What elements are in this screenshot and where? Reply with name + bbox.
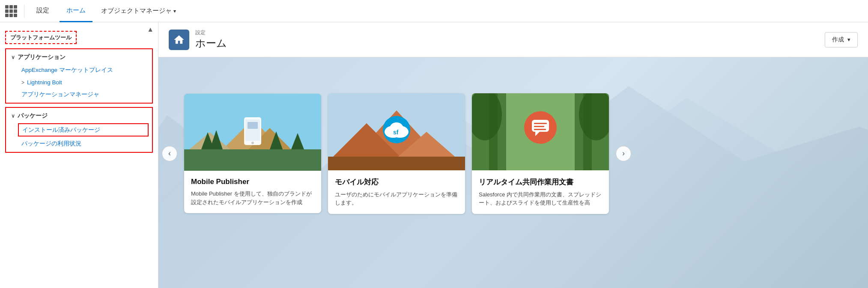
card-image-realtime-collab: [472, 93, 609, 170]
svg-rect-36: [534, 126, 544, 127]
nav-tab-home[interactable]: ホーム: [60, 0, 92, 22]
card-illustration-3: [472, 93, 609, 170]
sidebar-item-installed-packages[interactable]: インストール済みパッケージ: [18, 123, 149, 137]
chevron-right-icon: >: [21, 80, 24, 86]
sidebar-item-package-usage[interactable]: パッケージの利用状況: [6, 137, 152, 150]
svg-rect-6: [184, 149, 321, 171]
content-area: 設定 ホーム 作成 ▾ ‹: [158, 22, 868, 288]
card-mobile-ready: sf モバイル対応 ユーザのためにモバイルアプリケーションを準備します。: [328, 93, 465, 214]
card-body-mobile-publisher: Mobile Publisher Mobile Publisher を使用して、…: [184, 171, 321, 213]
carousel-prev-button[interactable]: ‹: [162, 146, 177, 161]
card-desc-mobile-ready: ユーザのためにモバイルアプリケーションを準備します。: [335, 190, 458, 207]
carousel-next-button[interactable]: ›: [616, 146, 631, 161]
platform-tools-label: プラットフォームツール: [10, 34, 72, 42]
svg-point-13: [251, 142, 254, 144]
home-icon-box: [169, 30, 189, 50]
card-desc-realtime-collab: Salesforce 内で共同作業用の文書、スプレッドシート、およびスライドを使…: [479, 190, 602, 207]
sidebar-item-lightning-bolt[interactable]: > Lightning Bolt: [6, 77, 152, 88]
home-icon: [173, 34, 185, 46]
chevron-down-icon: ▾: [847, 36, 850, 43]
header-subtitle: 設定: [195, 29, 227, 36]
chevron-down-icon: ∨: [11, 54, 15, 60]
card-title-mobile-ready: モバイル対応: [335, 177, 458, 187]
card-mobile-publisher: Mobile Publisher Mobile Publisher を使用して、…: [184, 94, 321, 213]
chevron-down-icon: ∨: [11, 113, 15, 119]
card-body-mobile-ready: モバイル対応 ユーザのためにモバイルアプリケーションを準備します。: [328, 170, 465, 214]
nav-tab-object-manager[interactable]: オブジェクトマネージャ ▾: [96, 0, 181, 22]
card-image-mobile-publisher: [184, 94, 321, 171]
svg-text:sf: sf: [393, 129, 399, 136]
header-title-group: 設定 ホーム: [195, 29, 227, 50]
card-body-realtime-collab: リアルタイム共同作業用文書 Salesforce 内で共同作業用の文書、スプレッ…: [472, 170, 609, 214]
svg-rect-37: [534, 129, 546, 130]
page-header: 設定 ホーム 作成 ▾: [158, 22, 868, 57]
main-layout: ▲ プラットフォームツール ∨ アプリケーション AppExchange マーケ…: [0, 22, 868, 288]
svg-rect-19: [328, 157, 465, 170]
card-illustration-2: sf: [328, 93, 465, 170]
applications-group-header[interactable]: ∨ アプリケーション: [6, 51, 152, 64]
top-nav-bar: 設定 ホーム オブジェクトマネージャ ▾: [0, 0, 868, 22]
sidebar-item-appexchange[interactable]: AppExchange マーケットプレイス: [6, 64, 152, 77]
create-button[interactable]: 作成 ▾: [825, 32, 858, 48]
nav-tab-settings[interactable]: 設定: [30, 0, 56, 22]
svg-rect-35: [534, 123, 547, 124]
header-left: 設定 ホーム: [169, 29, 227, 50]
card-title-realtime-collab: リアルタイム共同作業用文書: [479, 177, 602, 187]
scroll-indicator: ▲: [147, 26, 154, 33]
nav-divider: [24, 5, 24, 18]
sidebar-item-app-manager[interactable]: アプリケーションマネージャ: [6, 88, 152, 101]
card-realtime-collab: リアルタイム共同作業用文書 Salesforce 内で共同作業用の文書、スプレッ…: [472, 93, 609, 214]
chevron-down-icon: ▾: [173, 8, 176, 14]
header-title: ホーム: [195, 36, 227, 50]
card-illustration-1: [184, 94, 321, 171]
app-launcher-icon[interactable]: [5, 5, 17, 17]
packages-group-header[interactable]: ∨ パッケージ: [6, 110, 152, 122]
card-desc-mobile-publisher: Mobile Publisher を使用して、独自のブランドが設定されたモバイル…: [191, 190, 314, 206]
card-image-mobile-ready: sf: [328, 93, 465, 170]
card-title-mobile-publisher: Mobile Publisher: [191, 178, 314, 186]
sidebar: ▲ プラットフォームツール ∨ アプリケーション AppExchange マーケ…: [0, 22, 158, 288]
svg-rect-14: [248, 122, 258, 129]
